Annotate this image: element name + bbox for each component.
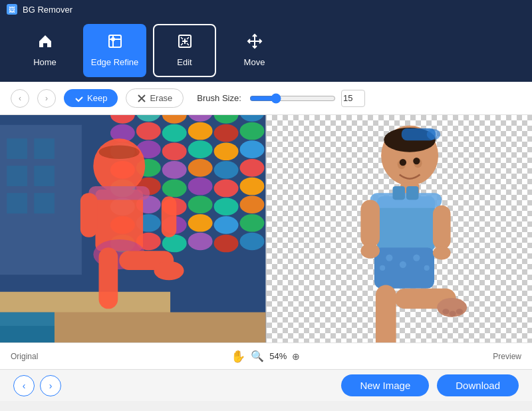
home-icon <box>37 33 53 53</box>
svg-point-33 <box>240 178 265 196</box>
brush-slider[interactable] <box>249 93 336 104</box>
zoom-percent: 54% <box>269 351 287 361</box>
toolbar: ‹ › Keep Erase Brush Size: <box>0 82 532 115</box>
svg-point-14 <box>214 124 239 142</box>
erase-label: Erase <box>150 93 172 103</box>
prev-icon: ‹ <box>23 380 26 391</box>
svg-point-51 <box>240 233 265 251</box>
hand-cursor-icon[interactable]: ✋ <box>231 349 245 364</box>
nav-edge-refine-label: Edge Refine <box>91 57 139 67</box>
preview-image <box>267 115 533 342</box>
svg-rect-55 <box>7 166 27 186</box>
svg-point-76 <box>426 129 440 140</box>
svg-point-64 <box>99 146 140 159</box>
edit-icon <box>177 33 193 53</box>
svg-rect-84 <box>392 186 404 200</box>
title-bar: 🖼 BG Remover <box>0 0 532 19</box>
svg-rect-59 <box>0 292 170 316</box>
original-image <box>0 115 266 342</box>
svg-point-20 <box>214 142 239 160</box>
svg-point-12 <box>162 124 187 142</box>
svg-point-95 <box>432 246 450 259</box>
download-button[interactable]: Download <box>437 374 519 396</box>
next-icon: › <box>49 380 53 391</box>
nav-item-move[interactable]: Move <box>223 24 286 77</box>
svg-rect-96 <box>375 285 396 342</box>
svg-point-24 <box>162 161 187 179</box>
zoom-controls: ✋ 🔍 54% ⊕ <box>231 349 300 364</box>
svg-point-72 <box>154 261 184 281</box>
brush-size-control <box>249 90 365 107</box>
brush-size-label: Brush Size: <box>197 93 241 103</box>
svg-point-45 <box>240 214 265 232</box>
svg-point-87 <box>386 254 392 261</box>
erase-button[interactable]: Erase <box>126 88 184 108</box>
nav-edit-label: Edit <box>177 57 192 67</box>
next-button[interactable]: › <box>40 375 61 396</box>
nav-move-label: Move <box>244 57 265 67</box>
edge-refine-icon <box>107 33 123 53</box>
svg-point-89 <box>413 254 420 261</box>
svg-rect-56 <box>34 166 55 186</box>
svg-rect-62 <box>0 326 55 342</box>
svg-point-44 <box>214 216 239 234</box>
svg-point-90 <box>380 265 385 271</box>
svg-rect-92 <box>360 200 380 247</box>
svg-point-80 <box>413 158 420 164</box>
svg-point-18 <box>162 142 187 160</box>
nav-item-edge-refine[interactable]: Edge Refine <box>83 24 146 77</box>
svg-point-88 <box>399 261 406 268</box>
svg-point-38 <box>214 198 239 215</box>
original-panel <box>0 115 267 342</box>
svg-point-91 <box>424 265 429 271</box>
svg-point-26 <box>214 161 239 179</box>
app-icon: 🖼 <box>7 4 17 15</box>
nav-item-edit[interactable]: Edit <box>153 24 216 77</box>
prev-button[interactable]: ‹ <box>13 375 35 396</box>
svg-point-50 <box>214 235 239 253</box>
nav-item-home[interactable]: Home <box>13 24 76 77</box>
status-bar: Original ✋ 🔍 54% ⊕ Preview <box>0 342 532 369</box>
svg-point-19 <box>188 140 213 158</box>
svg-point-37 <box>188 196 213 213</box>
preview-label: Preview <box>493 352 521 361</box>
svg-rect-54 <box>34 138 55 159</box>
svg-rect-94 <box>432 206 450 250</box>
new-image-label: New Image <box>360 380 410 391</box>
svg-point-32 <box>214 180 239 198</box>
zoom-out-button[interactable]: 🔍 <box>251 350 264 362</box>
new-image-button[interactable]: New Image <box>341 374 429 396</box>
svg-rect-53 <box>7 138 27 159</box>
preview-panel <box>267 115 533 342</box>
nav-bar: Home Edge Refine Edit Move <box>0 19 532 82</box>
app-title: BG Remover <box>23 5 72 15</box>
keep-icon <box>74 94 84 103</box>
download-label: Download <box>456 380 500 391</box>
svg-point-1 <box>112 38 114 41</box>
svg-point-13 <box>188 122 213 140</box>
svg-point-101 <box>449 311 456 316</box>
brush-value-input[interactable] <box>341 90 365 107</box>
svg-point-11 <box>136 122 161 140</box>
svg-point-49 <box>188 233 213 251</box>
svg-rect-70 <box>99 247 118 309</box>
forward-icon: › <box>45 94 48 103</box>
back-button[interactable]: ‹ <box>11 89 29 108</box>
bottom-bar: ‹ › New Image Download <box>0 369 532 401</box>
keep-label: Keep <box>87 93 107 103</box>
svg-rect-83 <box>370 193 442 208</box>
svg-rect-85 <box>406 186 418 200</box>
canvas-area <box>0 115 532 342</box>
svg-point-21 <box>240 140 265 158</box>
svg-point-102 <box>456 309 462 314</box>
svg-point-93 <box>360 243 380 259</box>
forward-button[interactable]: › <box>37 89 56 108</box>
svg-point-27 <box>240 159 265 177</box>
svg-point-48 <box>162 235 187 253</box>
svg-rect-57 <box>7 193 27 213</box>
svg-point-30 <box>162 180 187 198</box>
keep-button[interactable]: Keep <box>64 89 118 107</box>
svg-rect-0 <box>109 35 121 47</box>
zoom-in-button[interactable]: ⊕ <box>292 351 300 362</box>
svg-rect-66 <box>88 186 150 200</box>
